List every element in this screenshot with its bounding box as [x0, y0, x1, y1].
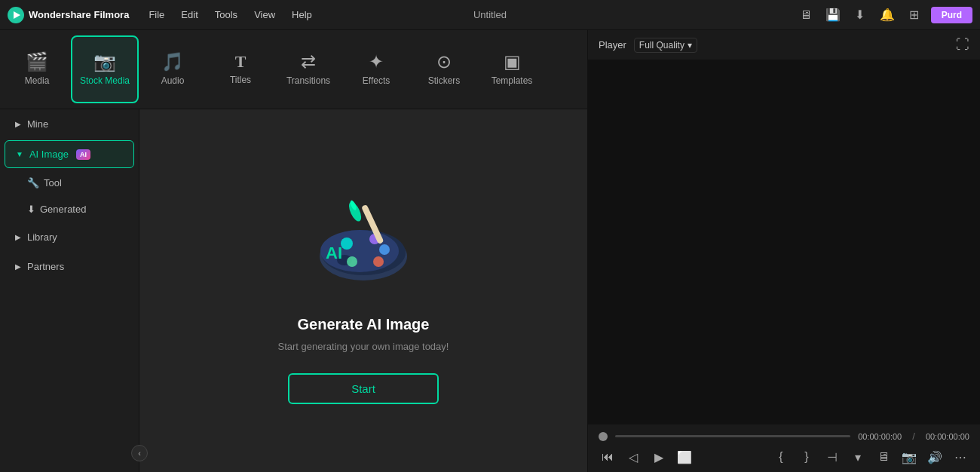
svg-point-8 [379, 244, 390, 255]
progress-bar: 00:00:00:00 / 00:00:00:00 [599, 431, 969, 442]
media-icon: 🎬 [26, 53, 48, 71]
menu-help[interactable]: Help [284, 6, 320, 23]
start-button[interactable]: Start [288, 373, 439, 404]
chevron-right-partners-icon: ▶ [15, 262, 21, 271]
tab-stock-media[interactable]: 📷 Stock Media [71, 35, 139, 103]
svg-point-12 [347, 200, 364, 222]
mark-out-icon[interactable]: } [798, 448, 816, 466]
svg-point-10 [347, 256, 357, 267]
mark-in-icon[interactable]: { [772, 448, 790, 466]
save-icon[interactable]: 💾 [822, 5, 844, 26]
quality-select[interactable]: Full Quality ▾ [634, 38, 697, 53]
chevron-right-icon: ▶ [15, 120, 21, 128]
sidebar-collapse-button[interactable]: ‹ [131, 445, 139, 461]
player-fullscreen-icon[interactable]: ⛶ [956, 37, 969, 53]
svg-text:AI: AI [326, 244, 342, 262]
player-label: Player [599, 39, 626, 51]
trim-icon[interactable]: ⊣ [823, 448, 841, 466]
window-title: Untitled [473, 9, 507, 20]
svg-point-6 [341, 238, 353, 250]
sidebar-sub-item-tool[interactable]: 🔧 Tool [5, 171, 134, 195]
tab-stickers-label: Stickers [428, 75, 461, 86]
titles-icon: T [235, 54, 247, 70]
fullscreen-square-icon[interactable]: ⬜ [675, 448, 694, 466]
tab-audio[interactable]: 🎵 Audio [139, 35, 207, 103]
tab-media-label: Media [25, 75, 50, 86]
progress-track[interactable] [615, 435, 850, 437]
audio-icon: 🎵 [161, 53, 184, 71]
player-controls: 00:00:00:00 / 00:00:00:00 ⏮ ◁ ▶ ⬜ { } ⊣ … [588, 424, 980, 472]
sidebar-item-partners-label: Partners [27, 261, 64, 272]
sidebar-item-ai-image[interactable]: ▼ AI Image AI [5, 140, 134, 168]
play-back-step-icon[interactable]: ◁ [624, 448, 642, 466]
effects-icon: ✦ [369, 53, 384, 71]
app-name: Wondershare Filmora [29, 9, 129, 20]
progress-indicator[interactable] [599, 432, 608, 441]
grid-icon[interactable]: ⊞ [904, 5, 925, 26]
more-options-icon[interactable]: ⋯ [951, 448, 969, 466]
monitor-icon[interactable]: 🖥 [795, 5, 816, 26]
svg-point-9 [373, 256, 384, 267]
play-icon[interactable]: ▶ [650, 448, 668, 466]
menu-tools[interactable]: Tools [207, 6, 245, 23]
menu-edit[interactable]: Edit [173, 6, 205, 23]
chevron-down-icon: ▼ [16, 150, 23, 158]
snapshot-icon[interactable]: 📷 [900, 448, 918, 466]
tab-titles[interactable]: T Titles [207, 35, 274, 103]
player-header: Player Full Quality ▾ ⛶ [588, 30, 980, 60]
sidebar-sub-item-generated-label: Generated [40, 204, 86, 215]
ai-illustration: AI [303, 177, 424, 298]
player-viewport [588, 60, 980, 424]
sidebar-sub-item-generated[interactable]: ⬇ Generated [5, 198, 134, 221]
generated-icon: ⬇ [27, 204, 35, 215]
sidebar-item-ai-image-label: AI Image [29, 149, 69, 160]
tab-templates[interactable]: ▣ Templates [478, 35, 546, 103]
sidebar-item-partners[interactable]: ▶ Partners [5, 253, 134, 280]
monitor-output-icon[interactable]: 🖥 [874, 448, 893, 466]
sidebar-item-mine-label: Mine [27, 118, 48, 130]
tab-transitions-label: Transitions [286, 75, 330, 86]
titlebar-actions: 🖥 💾 ⬇ 🔔 ⊞ Purd [795, 5, 972, 26]
tab-effects[interactable]: ✦ Effects [342, 35, 410, 103]
upgrade-button[interactable]: Purd [931, 7, 972, 23]
generate-ai-image-title: Generate AI Image [298, 316, 430, 333]
sidebar-item-mine[interactable]: ▶ Mine [5, 111, 134, 137]
tab-bar: 🎬 Media 📷 Stock Media 🎵 Audio T Titles ⇄… [0, 30, 587, 109]
ai-badge: AI [76, 149, 90, 160]
quality-chevron-icon: ▾ [688, 40, 692, 51]
tab-effects-label: Effects [363, 75, 390, 86]
tab-templates-label: Templates [492, 75, 533, 86]
tab-media[interactable]: 🎬 Media [3, 35, 71, 103]
tab-titles-label: Titles [230, 75, 251, 85]
left-panel: 🎬 Media 📷 Stock Media 🎵 Audio T Titles ⇄… [0, 30, 588, 472]
time-separator: / [912, 431, 915, 442]
titlebar: Wondershare Filmora File Edit Tools View… [0, 0, 980, 30]
generate-ai-image-subtitle: Start generating your own image today! [278, 341, 449, 352]
sidebar-item-library[interactable]: ▶ Library [5, 224, 134, 250]
main-area: 🎬 Media 📷 Stock Media 🎵 Audio T Titles ⇄… [0, 30, 980, 472]
tab-stock-media-label: Stock Media [80, 75, 130, 86]
tool-icon: 🔧 [27, 177, 39, 188]
tab-audio-label: Audio [161, 75, 185, 86]
volume-icon[interactable]: 🔊 [926, 448, 944, 466]
menu-file[interactable]: File [141, 6, 172, 23]
center-panel: AI Generate AI Image Start generating yo… [139, 109, 587, 472]
time-total: 00:00:00:00 [926, 432, 969, 441]
time-current: 00:00:00:00 [858, 432, 902, 441]
sidebar-item-library-label: Library [27, 231, 57, 243]
chevron-right-library-icon: ▶ [15, 233, 21, 241]
menu-bar: File Edit Tools View Help [141, 6, 795, 23]
notification-icon[interactable]: 🔔 [877, 5, 898, 26]
left-content: ▶ Mine ▼ AI Image AI 🔧 Tool ⬇ Generate [0, 109, 587, 472]
skip-back-icon[interactable]: ⏮ [599, 448, 617, 466]
download-icon[interactable]: ⬇ [850, 5, 871, 26]
sidebar-sub-item-tool-label: Tool [44, 177, 62, 188]
app-logo: Wondershare Filmora [8, 7, 129, 23]
trim-down-icon[interactable]: ▾ [849, 448, 867, 466]
menu-view[interactable]: View [247, 6, 283, 23]
tab-transitions[interactable]: ⇄ Transitions [274, 35, 342, 103]
tab-stickers[interactable]: ⊙ Stickers [410, 35, 478, 103]
sidebar: ▶ Mine ▼ AI Image AI 🔧 Tool ⬇ Generate [0, 109, 139, 472]
filmora-logo-icon [8, 7, 24, 23]
playback-controls: ⏮ ◁ ▶ ⬜ { } ⊣ ▾ 🖥 📷 🔊 ⋯ [599, 448, 969, 466]
